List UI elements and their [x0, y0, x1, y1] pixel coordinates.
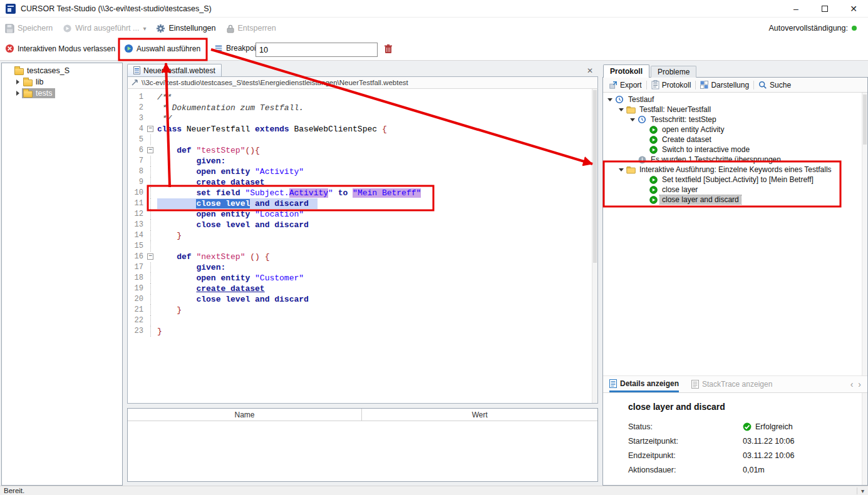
tab-protokoll[interactable]: Protokoll	[603, 64, 649, 78]
code-line-1[interactable]: 1/**	[128, 92, 597, 103]
code-line-6[interactable]: 6− def "testStep"(){	[128, 145, 597, 156]
minimize-button[interactable]: –	[782, 0, 810, 17]
line-number: 17	[128, 262, 147, 273]
details-rows: Status:ErfolgreichStartzeitpunkt:03.11.2…	[628, 419, 867, 477]
details-panel: close layer and discard Status:Erfolgrei…	[603, 393, 867, 485]
code-line-13[interactable]: 13 close level and discard	[128, 220, 597, 230]
settings-button[interactable]: Einstellungen	[156, 24, 215, 33]
fold-collapse-icon[interactable]: −	[147, 147, 153, 153]
column-header-name[interactable]: Name	[128, 409, 362, 421]
log-tree-item[interactable]: open entity Activity	[603, 125, 867, 135]
folder-icon	[626, 166, 636, 174]
statusbar-dropdown-icon[interactable]: ▾	[857, 487, 864, 494]
fold-column	[147, 262, 155, 273]
code-line-12[interactable]: 12 open entity "Location"	[128, 209, 597, 220]
editor-tab[interactable]: NeuerTestfall.webtest	[127, 64, 222, 76]
fold-column	[147, 103, 155, 113]
code-line-21[interactable]: 21 }	[128, 305, 597, 315]
code-line-14[interactable]: 14 }	[128, 230, 597, 241]
tab-protokoll-label: Protokoll	[610, 67, 643, 76]
file-icon	[133, 66, 140, 74]
run-selection-button[interactable]: Auswahl ausführen	[124, 44, 200, 53]
code-line-8[interactable]: 8 open entity "Activity"	[128, 166, 597, 177]
expander-icon[interactable]	[606, 98, 614, 101]
log-tree-item[interactable]: close layer and discard	[603, 195, 867, 205]
fold-collapse-icon[interactable]: −	[147, 253, 153, 260]
fold-collapse-icon[interactable]: −	[147, 126, 153, 132]
log-tree-item[interactable]: close layer	[603, 185, 867, 195]
code-line-20[interactable]: 20 close level and discard	[128, 294, 597, 305]
protokoll-button[interactable]: Protokoll	[647, 78, 696, 92]
log-tree-item[interactable]: Create dataset	[603, 135, 867, 145]
export-button[interactable]: Export	[604, 78, 646, 92]
suche-button[interactable]: Suche	[754, 78, 795, 92]
column-header-wert[interactable]: Wert	[362, 409, 597, 421]
log-tree-item[interactable]: Es wurden 1 Testschritte übersprungen	[603, 155, 867, 165]
code-line-4[interactable]: 4−class NeuerTestfall extends BaseWebCli…	[128, 124, 597, 135]
delete-breakpoint-button[interactable]	[384, 44, 393, 54]
leave-interactive-mode-button[interactable]: Interaktiven Modus verlassen	[5, 44, 115, 53]
log-tree-item[interactable]: Set textfield [Subject.Activity] to [Mei…	[603, 175, 867, 185]
file-tree-item-lib[interactable]: lib	[2, 76, 122, 88]
darstellung-button[interactable]: Darstellung	[696, 78, 753, 92]
code-line-7[interactable]: 7 given:	[128, 156, 597, 166]
code-line-22[interactable]: 22	[128, 315, 597, 326]
fold-toggle[interactable]: −	[147, 252, 155, 262]
expander-icon[interactable]	[14, 91, 22, 96]
next-icon[interactable]: ›	[858, 379, 861, 389]
file-tree-item-tests[interactable]: tests	[2, 88, 122, 99]
breakpoint-input[interactable]	[256, 43, 378, 57]
prev-icon[interactable]: ‹	[850, 379, 854, 389]
code-editor[interactable]: 1/**2 * Dokumentation zum Testfall.3 */4…	[127, 89, 598, 404]
log-tree-item[interactable]: Testfall: NeuerTestfall	[603, 105, 867, 115]
save-button[interactable]: Speichern	[5, 24, 53, 33]
code-line-23[interactable]: 23}	[128, 326, 597, 337]
expander-icon[interactable]	[628, 118, 637, 121]
play-icon	[648, 196, 658, 204]
running-button[interactable]: Wird ausgeführt ... ▾	[63, 24, 146, 33]
code-line-3[interactable]: 3 */	[128, 113, 597, 124]
line-number: 19	[128, 283, 147, 294]
code-line-9[interactable]: 9 create dataset	[128, 177, 597, 188]
code-line-16[interactable]: 16− def "nextStep" () {	[128, 252, 597, 262]
log-tree-item[interactable]: Switch to interactive mode	[603, 145, 867, 155]
details-scrollbar[interactable]	[862, 393, 867, 485]
fold-toggle[interactable]: −	[147, 145, 155, 156]
stacktrace-tab[interactable]: StackTrace anzeigen	[691, 376, 772, 392]
code-line-19[interactable]: 19 create dataset	[128, 283, 597, 294]
log-tree-item[interactable]: Testlauf	[603, 94, 867, 105]
code-line-15[interactable]: 15	[128, 241, 597, 252]
code-line-17[interactable]: 17 given:	[128, 262, 597, 273]
expander-icon[interactable]	[14, 79, 22, 84]
close-button[interactable]: ✕	[839, 0, 868, 17]
log-scrollbar-thumb[interactable]	[863, 94, 867, 145]
code-line-2[interactable]: 2 * Dokumentation zum Testfall.	[128, 103, 597, 113]
code-line-5[interactable]: 5	[128, 135, 597, 145]
log-tree-item[interactable]: Interaktive Ausführung: Einzelne Keyword…	[603, 165, 867, 175]
app-icon	[6, 4, 16, 14]
file-tree-item-testcases_S[interactable]: testcases_S	[2, 65, 122, 76]
details-tab[interactable]: Details anzeigen	[609, 376, 679, 392]
editor-close-button[interactable]: ✕	[582, 66, 598, 75]
log-tree-label: open entity Activity	[660, 125, 726, 134]
fold-toggle[interactable]: −	[147, 124, 155, 135]
detail-value: Erfolgreich	[743, 422, 793, 431]
editor-scrollbar-thumb[interactable]	[593, 90, 597, 263]
tab-probleme[interactable]: Probleme	[651, 66, 696, 78]
log-scrollbar[interactable]	[862, 93, 867, 375]
tab-probleme-label: Probleme	[658, 68, 690, 76]
file-tree: testcases_Slibtests	[1, 63, 123, 486]
line-number: 1	[128, 92, 147, 103]
code-line-18[interactable]: 18 open entity "Customer"	[128, 273, 597, 283]
code-line-10[interactable]: 10 set field "Subject.Activity" to "Mein…	[128, 188, 597, 198]
log-tree-item[interactable]: Testschritt: testStep	[603, 115, 867, 125]
breakpoint-icon	[214, 44, 223, 53]
details-tabbar: Details anzeigen StackTrace anzeigen ‹ ›	[603, 375, 867, 393]
expander-icon[interactable]	[617, 168, 626, 171]
editor-scrollbar[interactable]	[592, 89, 597, 403]
maximize-button[interactable]	[810, 0, 839, 17]
expander-icon[interactable]	[617, 108, 626, 111]
code-line-11[interactable]: 11 close level and discard	[128, 198, 597, 209]
unlock-button[interactable]: Entsperren	[226, 24, 276, 33]
clock-icon	[614, 95, 624, 104]
